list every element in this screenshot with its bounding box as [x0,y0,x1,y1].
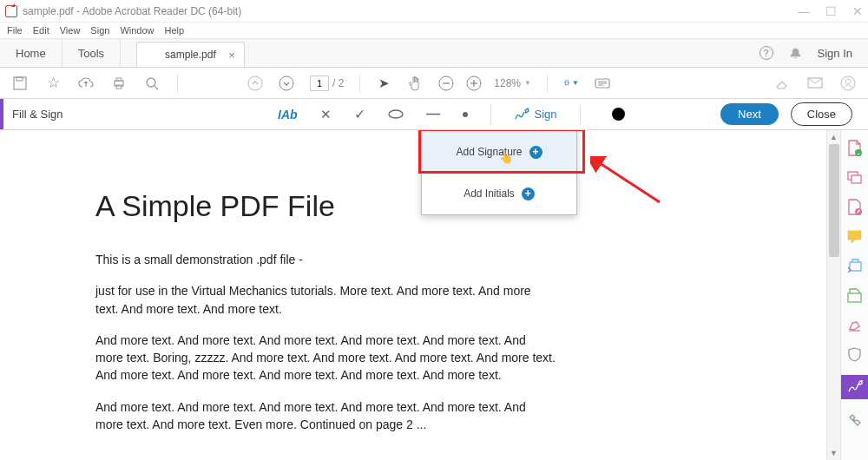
svg-rect-31 [848,293,861,302]
toolbar: ☆ / 2 ➤ 128%▼ ▼ [0,68,868,99]
cursor-icon: 👆 [499,151,513,164]
combine-icon[interactable] [846,168,864,186]
create-pdf-icon[interactable]: + [846,139,864,156]
zoom-dropdown[interactable]: 128%▼ [494,77,531,89]
scroll-up-icon[interactable]: ▲ [827,130,840,144]
page-number-input[interactable] [310,76,329,91]
mail-icon[interactable] [807,76,823,91]
eraser-icon[interactable] [774,76,790,91]
doc-paragraph: This is a small demonstration .pdf file … [95,251,556,268]
sign-in-link[interactable]: Sign In [818,47,852,60]
request-sign-icon[interactable] [846,257,864,274]
plus-icon: + [522,187,535,200]
oval-tool[interactable] [388,109,404,119]
hand-icon[interactable] [407,76,423,91]
svg-text:+: + [857,151,860,156]
page-total: / 2 [332,77,344,89]
help-icon[interactable]: ? [760,46,773,60]
text-tool[interactable]: IAb [278,108,298,122]
dot-tool[interactable] [463,112,468,117]
add-initials-item[interactable]: Add Initials + [422,173,576,214]
fillsign-label: Fill & Sign [3,108,63,121]
svg-point-21 [845,79,851,84]
tab-document-label: sample.pdf [165,49,216,61]
doc-paragraph: just for use in the Virtual Mechanics tu… [95,282,556,318]
color-picker[interactable] [612,108,625,121]
x-mark-tool[interactable]: ✕ [320,107,332,122]
fillsign-toolbar: Fill & Sign IAb ✕ ✓ Sign Next Close [0,99,868,130]
star-icon[interactable]: ☆ [45,76,61,91]
menu-view[interactable]: View [60,25,81,36]
vertical-scrollbar[interactable]: ▲ ▼ [826,130,840,460]
svg-point-22 [389,110,403,118]
tab-tools[interactable]: Tools [62,39,121,67]
svg-line-6 [155,86,158,89]
menu-sign[interactable]: Sign [90,25,109,36]
scroll-down-icon[interactable]: ▼ [827,446,840,460]
tab-document[interactable]: sample.pdf × [136,42,245,67]
tabbar: Home Tools sample.pdf × ? 🔔︎ Sign In [0,38,868,68]
page-indicator: / 2 [310,76,344,91]
menu-help[interactable]: Help [165,25,185,36]
menu-file[interactable]: File [7,25,23,36]
app-icon [5,5,17,17]
comment-icon[interactable] [846,227,864,245]
next-button[interactable]: Next [720,103,779,125]
doc-paragraph: And more text. And more text. And more t… [95,398,556,434]
search-icon[interactable] [144,76,160,91]
profile-icon[interactable] [840,76,856,91]
document-viewport[interactable]: A Simple PDF File This is a small demons… [0,130,826,460]
bell-icon[interactable]: 🔔︎ [789,46,802,61]
menu-edit[interactable]: Edit [33,25,49,36]
export-pdf-icon[interactable] [846,286,864,304]
svg-rect-3 [116,78,122,81]
print-icon[interactable] [111,76,127,91]
menubar: File Edit View Sign Window Help [0,23,868,38]
window-controls: — ☐ ✕ [798,4,863,18]
save-icon[interactable] [12,76,28,91]
content-area: A Simple PDF File This is a small demons… [0,130,868,460]
page-down-icon[interactable] [279,76,294,91]
svg-point-5 [147,78,155,87]
svg-rect-30 [850,262,861,271]
svg-point-7 [248,76,262,90]
cloud-icon[interactable] [78,76,94,91]
protect-icon[interactable] [846,345,864,363]
menu-window[interactable]: Window [120,25,154,36]
edit-pdf-icon[interactable] [846,198,864,215]
scroll-thumb[interactable] [829,144,839,257]
doc-paragraph: And more text. And more text. And more t… [95,332,556,384]
svg-rect-0 [14,77,26,89]
svg-rect-28 [852,175,861,183]
close-window-button[interactable]: ✕ [852,4,863,18]
add-initials-label: Add Initials [464,187,515,200]
more-tools-icon[interactable] [846,411,864,429]
page-up-icon[interactable] [247,76,263,91]
fit-width-icon[interactable]: ▼ [563,76,579,91]
svg-point-8 [279,76,293,90]
close-button[interactable]: Close [791,102,852,126]
minimize-button[interactable]: — [798,4,810,18]
fillsign-panel-icon[interactable] [841,375,869,399]
sign-dropdown: Add Signature + Add Initials + [421,130,577,215]
line-tool[interactable] [426,113,440,115]
zoom-in-icon[interactable] [466,76,482,91]
document-body: This is a small demonstration .pdf file … [95,251,556,433]
pointer-icon[interactable]: ➤ [376,76,391,91]
window-title: sample.pdf - Adobe Acrobat Reader DC (64… [23,5,241,17]
reading-mode-icon[interactable] [595,76,610,91]
right-tool-panel: + [840,130,868,460]
sign-tool[interactable]: Sign [514,108,557,122]
tab-home[interactable]: Home [0,39,62,67]
plus-icon: + [529,146,542,159]
highlight-tool-icon[interactable] [846,316,864,333]
tab-close-icon[interactable]: × [228,49,235,62]
checkmark-tool[interactable]: ✓ [354,106,365,122]
titlebar: sample.pdf - Adobe Acrobat Reader DC (64… [0,0,868,23]
maximize-button[interactable]: ☐ [825,4,837,18]
zoom-out-icon[interactable] [438,76,454,91]
